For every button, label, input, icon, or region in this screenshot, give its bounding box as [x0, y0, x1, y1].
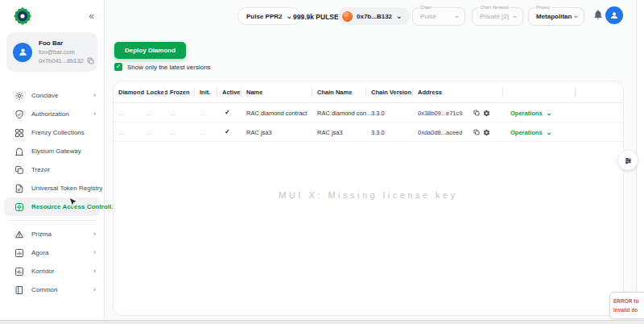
column-separator: [241, 88, 242, 97]
latest-versions-filter: ✓ Show only the latest versions: [114, 63, 211, 71]
resource-access-gear-icon: [14, 202, 24, 212]
wallet-identicon: [342, 11, 353, 22]
latest-versions-label: Show only the latest versions: [127, 64, 211, 71]
sidebar-item-authorization[interactable]: Authorization ›: [0, 105, 104, 123]
wallet-address: 0x7b...B132: [357, 13, 392, 20]
copy-address-icon[interactable]: [473, 110, 480, 116]
chain-network-select[interactable]: Chain Network Private [2] ⌄: [472, 7, 523, 26]
cell-init: ...: [200, 110, 204, 117]
cell-diamond: ...: [118, 129, 123, 136]
sidebar-item-elysium-gateway[interactable]: Elysium Gateway: [0, 142, 104, 160]
notifications-bell-icon[interactable]: [592, 9, 604, 20]
account-avatar[interactable]: [605, 6, 623, 24]
user-email: foo@bar.com: [39, 48, 94, 56]
sidebar-item-trezor[interactable]: Trezor: [0, 160, 104, 179]
chain-select[interactable]: Chain Pulse ⌄: [412, 7, 465, 26]
cell-address: 0xda0d8...aceed: [418, 129, 462, 136]
deploy-diamond-button[interactable]: Deploy Diamond: [114, 42, 186, 59]
chevron-down-icon: ⌄: [547, 129, 552, 136]
column-header-chain-name[interactable]: Chain Name: [317, 89, 352, 96]
cell-locked: ...: [147, 129, 151, 136]
chevron-right-icon: ›: [93, 110, 96, 118]
sidebar-divider: [8, 220, 96, 221]
column-header-active[interactable]: Active: [222, 89, 241, 96]
bottom-scrollbar-strip[interactable]: [0, 320, 644, 324]
chevron-down-icon: ⌄: [286, 12, 292, 20]
table-row: ... ... ... ... ✓ RAC jsa3 RAC jsa3 3.3.…: [114, 123, 623, 142]
sidebar: « Foo Bar foo@bar.com 0x7b041...8b132 Co…: [0, 0, 105, 320]
sidebar-item-label: Frenzy Collections: [31, 129, 85, 136]
cell-diamond: ...: [118, 110, 123, 117]
latest-versions-checkbox[interactable]: ✓: [114, 63, 122, 71]
shield-check-icon: [14, 110, 24, 119]
operations-label: Operations: [510, 129, 543, 136]
column-header-address[interactable]: Address: [418, 89, 442, 96]
chevron-down-icon: ⌄: [396, 12, 402, 20]
settings-gear-icon[interactable]: [483, 110, 490, 117]
column-separator: [365, 88, 366, 97]
column-separator: [164, 88, 165, 97]
sidebar-item-conclave[interactable]: Conclave ›: [0, 86, 104, 105]
sidebar-item-label: Trezor: [31, 166, 50, 173]
sidebar-item-agora[interactable]: Agora ›: [0, 243, 104, 262]
book-icon: [14, 285, 24, 295]
sidebar-item-korridor[interactable]: Korridor ›: [0, 262, 104, 280]
chevron-down-icon: ⌄: [572, 11, 579, 19]
sidebar-item-frenzy-collections[interactable]: Frenzy Collections: [0, 123, 104, 142]
cell-name: RAC diamond contract: [246, 110, 307, 117]
table-settings-toggle-button[interactable]: [618, 151, 638, 170]
error-toast[interactable]: ERROR fo Invalid do: [609, 292, 644, 319]
sidebar-nav: Conclave › Authorization › Frenzy Collec…: [0, 86, 104, 299]
sidebar-item-common[interactable]: Common ›: [0, 280, 104, 299]
column-separator: [312, 88, 312, 97]
network-pill-label: Pulse PPR2: [246, 13, 282, 20]
chevron-right-icon: ›: [93, 268, 96, 275]
token-balance: 999.9k PULSE: [293, 13, 339, 21]
column-header-chain-version[interactable]: Chain Version: [371, 89, 411, 96]
error-toast-line1: ERROR fo: [613, 297, 644, 305]
wallet-pill[interactable]: 0x7b...B132 ⌄: [338, 7, 410, 25]
cell-frozen: ...: [170, 129, 175, 136]
project-select[interactable]: Project Metapolitan ⌄: [528, 7, 584, 26]
user-avatar: [13, 43, 32, 62]
sidebar-item-label: Prizma: [31, 231, 52, 238]
sidebar-item-label: Korridor: [31, 268, 54, 275]
column-separator: [140, 88, 141, 97]
column-header-init[interactable]: Init.: [200, 89, 210, 96]
chain-network-select-label: Chain Network: [478, 5, 510, 10]
network-selector-pill[interactable]: Pulse PPR2 ⌄: [237, 7, 301, 25]
chevron-down-icon: ⌄: [547, 110, 552, 117]
conclave-gear-icon: [14, 91, 24, 101]
operations-menu-button[interactable]: Operations ⌄: [510, 129, 551, 136]
user-wallet-address: 0x7b041...8b132: [39, 57, 84, 64]
sidebar-item-universal-token-registry[interactable]: Universal Token Registry: [0, 179, 104, 197]
settings-gear-icon[interactable]: [483, 129, 490, 136]
document-edit-icon: [14, 184, 24, 193]
active-check-icon: ✓: [225, 128, 230, 135]
bar-chart-icon: [14, 248, 24, 258]
user-card[interactable]: Foo Bar foo@bar.com 0x7b041...8b132: [6, 32, 97, 72]
copy-icon[interactable]: [87, 57, 94, 64]
operations-label: Operations: [510, 110, 543, 117]
bar-chart-icon: [14, 267, 24, 276]
copy-address-icon[interactable]: [473, 129, 480, 135]
operations-menu-button[interactable]: Operations ⌄: [510, 110, 551, 117]
sidebar-header: «: [0, 0, 104, 26]
sidebar-item-resource-access-controller[interactable]: Resource Access Controll...: [4, 197, 100, 216]
sidebar-collapse-icon[interactable]: «: [89, 11, 94, 21]
column-separator: [412, 88, 413, 97]
sidebar-item-prizma[interactable]: Prizma ›: [0, 225, 104, 243]
mui-license-watermark: MUI X: Missing license key: [114, 190, 623, 200]
table-header-row: Diamond Locked Frozen Init. Active Name …: [114, 81, 623, 103]
cell-frozen: ...: [170, 110, 175, 117]
column-header-frozen[interactable]: Frozen: [170, 89, 190, 96]
cell-chain-name: RAC jsa3: [317, 129, 343, 136]
chevron-right-icon: ›: [93, 249, 96, 256]
layers-copy-icon: [14, 165, 24, 175]
column-separator: [575, 88, 576, 97]
app-logo-gear-icon: [13, 6, 32, 26]
column-header-name[interactable]: Name: [246, 89, 262, 96]
cell-init: ...: [200, 129, 204, 136]
chevron-down-icon: ⌄: [511, 11, 518, 19]
sidebar-item-label: Resource Access Controll...: [31, 203, 117, 210]
